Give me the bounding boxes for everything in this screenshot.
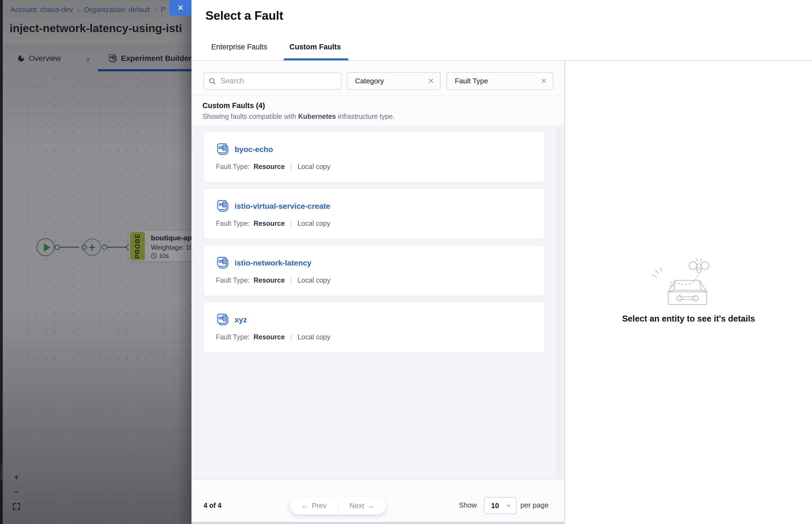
subtitle-suffix: infrastructure type. [336, 113, 395, 120]
fault-type-value: Resource [253, 163, 285, 171]
fault-type-filter[interactable]: Fault Type ✕ [447, 72, 553, 90]
fault-name-link[interactable]: istio-virtual-service-create [234, 202, 330, 211]
fault-card[interactable]: istio-virtual-service-create Fault Type:… [203, 189, 545, 239]
subtitle-infra-type: Kubernetes [298, 113, 336, 120]
search-icon [209, 77, 216, 85]
list-heading: Custom Faults (4) [202, 101, 265, 110]
clear-filter-icon[interactable]: ✕ [422, 77, 434, 85]
list-subtitle: Showing faults compatible with Kubernete… [202, 113, 395, 120]
category-filter-label: Category [355, 77, 384, 85]
next-label: Next [349, 502, 364, 510]
fault-detail-panel: Select an entity to see it's details [565, 61, 812, 524]
fault-card[interactable]: byoc-echo Fault Type: Resource | Local c… [203, 132, 545, 182]
custom-fault-icon [216, 257, 229, 270]
fault-type-label: Fault Type: [216, 219, 250, 227]
screen: Account: chaos-dev › Organization: defau… [0, 0, 812, 524]
fault-type-label: Fault Type: [216, 163, 250, 171]
local-copy-label: Local copy [298, 333, 331, 341]
search-input[interactable] [220, 77, 336, 86]
show-label: Show [459, 501, 477, 509]
fault-card[interactable]: xyz Fault Type: Resource | Local copy [203, 302, 545, 353]
drawer-bottom-edge [192, 522, 564, 524]
meta-divider: | [290, 333, 292, 341]
local-copy-label: Local copy [298, 163, 331, 171]
modal-backdrop[interactable] [0, 0, 192, 524]
fault-type-value: Resource [253, 333, 285, 341]
fault-name-link[interactable]: byoc-echo [234, 145, 273, 154]
per-page-label: per page [520, 501, 549, 509]
empty-state-message: Select an entity to see it's details [565, 314, 812, 324]
page-size-value: 10 [491, 502, 499, 510]
fault-type-filter-label: Fault Type [455, 77, 488, 85]
local-copy-label: Local copy [298, 219, 331, 227]
divider [192, 95, 564, 96]
clear-filter-icon[interactable]: ✕ [535, 77, 547, 85]
category-filter[interactable]: Category ✕ [347, 72, 441, 90]
meta-divider: | [290, 276, 292, 284]
fault-type-label: Fault Type: [216, 333, 250, 341]
fault-meta: Fault Type: Resource | Local copy [216, 333, 330, 341]
custom-fault-icon [216, 143, 229, 157]
meta-divider: | [290, 163, 292, 171]
drawer-header: Select a Fault Enterprise Faults Custom … [192, 0, 812, 61]
fault-type-value: Resource [253, 219, 285, 227]
active-tab-underline [284, 59, 348, 60]
fault-list-panel: Category ✕ Fault Type ✕ Custom Faults (4… [192, 61, 564, 524]
fault-meta: Fault Type: Resource | Local copy [216, 163, 330, 171]
page-size-select[interactable]: 10 [484, 497, 516, 514]
next-page-button[interactable]: Next → [338, 497, 386, 514]
local-copy-label: Local copy [298, 276, 331, 284]
fault-meta: Fault Type: Resource | Local copy [216, 276, 330, 284]
fault-type-label: Fault Type: [216, 276, 250, 284]
custom-fault-icon [216, 200, 229, 213]
fault-name-link[interactable]: istio-network-latency [234, 259, 311, 267]
scrollbar-track[interactable] [557, 127, 562, 478]
tab-custom-faults[interactable]: Custom Faults [289, 43, 341, 51]
prev-page-button[interactable]: ← Prev [290, 497, 338, 514]
fault-name-link[interactable]: xyz [234, 315, 247, 324]
empty-box-illustration [644, 257, 731, 320]
drawer-title: Select a Fault [205, 9, 283, 22]
pagination-count: 4 of 4 [203, 502, 221, 509]
custom-fault-icon [216, 313, 229, 327]
fault-type-value: Resource [253, 276, 285, 284]
meta-divider: | [290, 219, 292, 227]
fault-card[interactable]: istio-network-latency Fault Type: Resour… [203, 245, 545, 296]
arrow-right-icon: → [367, 502, 375, 510]
fault-cards-area: byoc-echo Fault Type: Resource | Local c… [192, 126, 564, 479]
tab-enterprise-faults[interactable]: Enterprise Faults [211, 43, 267, 51]
pagination-controls: ← Prev Next → [290, 497, 386, 514]
prev-label: Prev [312, 502, 327, 510]
arrow-left-icon: ← [301, 502, 309, 510]
search-box [203, 72, 342, 90]
chevron-down-icon [506, 503, 512, 509]
select-fault-drawer: ✕ Select a Fault Enterprise Faults Custo… [192, 0, 812, 524]
fault-meta: Fault Type: Resource | Local copy [216, 219, 330, 227]
close-drawer-button[interactable]: ✕ [169, 0, 192, 16]
close-icon: ✕ [177, 3, 184, 13]
subtitle-prefix: Showing faults compatible with [202, 113, 298, 120]
